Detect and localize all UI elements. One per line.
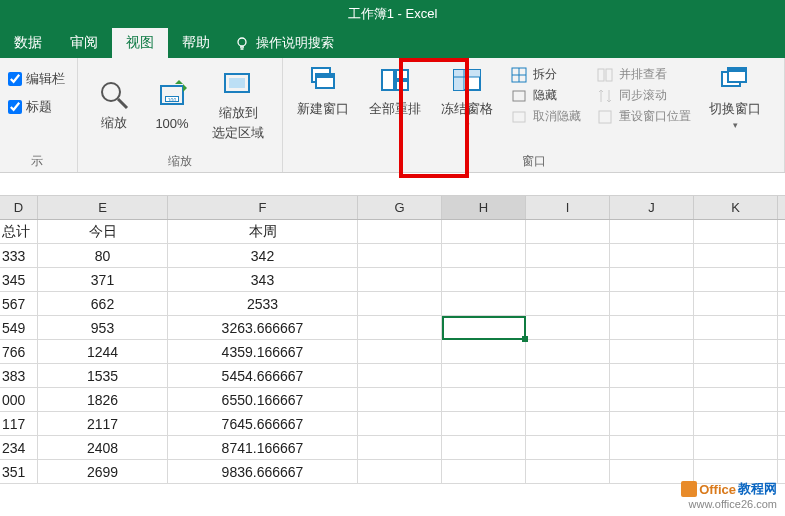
cell[interactable]	[442, 412, 526, 435]
col-header-f[interactable]: F	[168, 196, 358, 219]
cell[interactable]: 1826	[38, 388, 168, 411]
cell[interactable]: 9836.666667	[168, 460, 358, 483]
cell[interactable]	[610, 412, 694, 435]
tab-help[interactable]: 帮助	[168, 28, 224, 58]
cell[interactable]	[694, 340, 778, 363]
cell[interactable]	[526, 460, 610, 483]
col-header-i[interactable]: I	[526, 196, 610, 219]
checkbox-headings[interactable]: 标题	[8, 98, 65, 116]
col-header-e[interactable]: E	[38, 196, 168, 219]
cell[interactable]: 本周	[168, 220, 358, 243]
cell[interactable]	[694, 388, 778, 411]
zoom-to-selection-button[interactable]: 缩放到 选定区域	[206, 68, 270, 142]
cell[interactable]	[526, 340, 610, 363]
cell[interactable]: 662	[38, 292, 168, 315]
cell[interactable]: 383	[0, 364, 38, 387]
cell[interactable]	[694, 436, 778, 459]
cell[interactable]	[526, 388, 610, 411]
cell[interactable]	[442, 244, 526, 267]
cell[interactable]: 549	[0, 316, 38, 339]
cell[interactable]: 117	[0, 412, 38, 435]
cell[interactable]	[526, 268, 610, 291]
cell[interactable]: 5454.666667	[168, 364, 358, 387]
cell[interactable]: 342	[168, 244, 358, 267]
cell[interactable]	[358, 316, 442, 339]
cell[interactable]	[358, 244, 442, 267]
cell[interactable]	[358, 412, 442, 435]
cell[interactable]	[694, 412, 778, 435]
cell[interactable]: 567	[0, 292, 38, 315]
new-window-button[interactable]: 新建窗口	[291, 64, 355, 118]
cell[interactable]	[358, 364, 442, 387]
cell[interactable]	[610, 244, 694, 267]
zoom-button[interactable]: 缩放	[90, 78, 138, 132]
cell[interactable]	[442, 316, 526, 339]
cell[interactable]: 371	[38, 268, 168, 291]
cell[interactable]: 2533	[168, 292, 358, 315]
cell[interactable]	[526, 412, 610, 435]
cell[interactable]: 2699	[38, 460, 168, 483]
cell[interactable]	[610, 340, 694, 363]
cell[interactable]	[358, 436, 442, 459]
cell[interactable]	[358, 292, 442, 315]
cell[interactable]	[526, 316, 610, 339]
cell[interactable]: 345	[0, 268, 38, 291]
split-button[interactable]: 拆分	[511, 66, 581, 83]
cell[interactable]: 000	[0, 388, 38, 411]
cell[interactable]: 1244	[38, 340, 168, 363]
cell[interactable]	[694, 244, 778, 267]
cell[interactable]	[526, 220, 610, 243]
cell[interactable]	[694, 220, 778, 243]
cell[interactable]	[526, 244, 610, 267]
cell[interactable]: 7645.666667	[168, 412, 358, 435]
cell[interactable]	[610, 268, 694, 291]
cell[interactable]	[358, 388, 442, 411]
cell[interactable]: 80	[38, 244, 168, 267]
cell[interactable]	[358, 340, 442, 363]
cell[interactable]: 351	[0, 460, 38, 483]
cell[interactable]	[442, 460, 526, 483]
col-header-k[interactable]: K	[694, 196, 778, 219]
cell[interactable]: 333	[0, 244, 38, 267]
cell[interactable]	[610, 436, 694, 459]
cell[interactable]	[610, 292, 694, 315]
arrange-all-button[interactable]: 全部重排	[363, 64, 427, 118]
cell[interactable]: 766	[0, 340, 38, 363]
cell[interactable]	[442, 220, 526, 243]
cell[interactable]	[694, 292, 778, 315]
checkbox-headings-input[interactable]	[8, 100, 22, 114]
cell[interactable]	[358, 220, 442, 243]
cell[interactable]	[442, 388, 526, 411]
cell[interactable]	[442, 340, 526, 363]
cell[interactable]: 2408	[38, 436, 168, 459]
cell[interactable]: 今日	[38, 220, 168, 243]
switch-window-button[interactable]: 切换窗口 ▾	[703, 64, 767, 130]
tell-me-search[interactable]: 操作说明搜索	[224, 28, 344, 58]
cell[interactable]	[610, 220, 694, 243]
cell[interactable]	[358, 268, 442, 291]
cell[interactable]	[526, 292, 610, 315]
checkbox-formula-bar[interactable]: 编辑栏	[8, 70, 65, 88]
cell[interactable]: 343	[168, 268, 358, 291]
cell[interactable]	[694, 364, 778, 387]
spreadsheet-grid[interactable]: D E F G H I J K 总计今日本周333803423453713435…	[0, 196, 785, 484]
cell[interactable]	[442, 436, 526, 459]
hide-button[interactable]: 隐藏	[511, 87, 581, 104]
cell[interactable]	[442, 292, 526, 315]
cell[interactable]	[610, 364, 694, 387]
cell[interactable]	[526, 436, 610, 459]
formula-bar-area[interactable]	[0, 173, 785, 196]
tab-view[interactable]: 视图	[112, 28, 168, 58]
col-header-d[interactable]: D	[0, 196, 38, 219]
cell[interactable]: 234	[0, 436, 38, 459]
cell[interactable]	[442, 268, 526, 291]
cell[interactable]	[442, 364, 526, 387]
cell[interactable]	[694, 268, 778, 291]
freeze-panes-button[interactable]: 冻结窗格 ▾	[435, 64, 499, 130]
cell[interactable]: 2117	[38, 412, 168, 435]
col-header-h[interactable]: H	[442, 196, 526, 219]
tab-data[interactable]: 数据	[0, 28, 56, 58]
cell[interactable]: 6550.166667	[168, 388, 358, 411]
cell[interactable]	[358, 460, 442, 483]
cell[interactable]: 8741.166667	[168, 436, 358, 459]
